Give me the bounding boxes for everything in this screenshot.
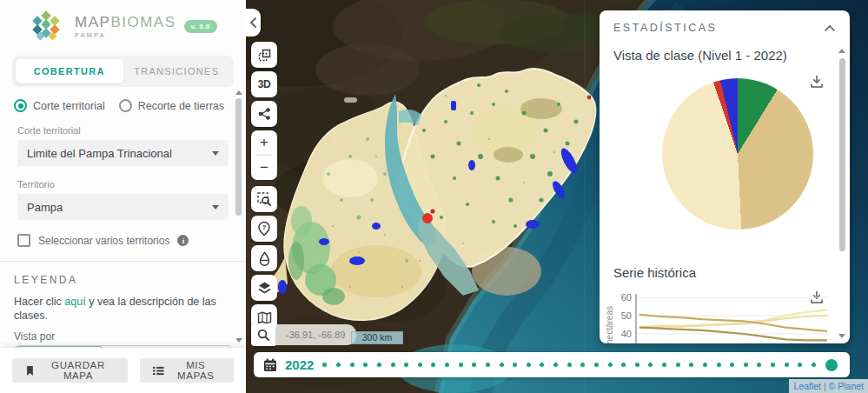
timeline-year-dot[interactable] — [500, 363, 504, 367]
layers-button[interactable] — [251, 275, 277, 301]
stats-scrollbar[interactable] — [837, 49, 847, 338]
radio-recorte-de-tierras[interactable]: Recorte de tierras — [119, 99, 224, 112]
timeline-year-dot[interactable] — [744, 363, 748, 367]
timeline-year-dot[interactable] — [717, 363, 721, 367]
map-toolbar: 3D + − ? — [251, 42, 277, 334]
map-search-button[interactable] — [251, 323, 275, 346]
timeline-year-dot[interactable] — [757, 363, 761, 367]
timeline-year-dot[interactable] — [635, 363, 639, 367]
cursor-coordinates: -36.91, -66.89 — [275, 324, 356, 345]
timeline-year-dot[interactable] — [486, 363, 490, 367]
timeline-year-dot[interactable] — [798, 363, 802, 367]
timeline-year-dot[interactable] — [363, 363, 368, 367]
timeline-year-dot[interactable] — [730, 363, 734, 367]
timeline-year-dot[interactable] — [445, 363, 449, 367]
scroll-up-arrow-icon[interactable] — [235, 90, 242, 95]
timeline-year-dot[interactable] — [553, 363, 558, 367]
territorial-cut-label: Corte territorial — [17, 125, 229, 136]
map-scale-bar: 300 km — [351, 331, 403, 344]
sidebar-scrollbar[interactable] — [234, 90, 243, 343]
timeline-year-dot[interactable] — [621, 363, 626, 367]
zoom-in-button[interactable]: + — [251, 130, 277, 155]
zoom-out-button[interactable]: − — [251, 156, 277, 180]
map-canvas[interactable]: 3D + − ? — [246, 0, 868, 393]
radio-unselected-icon[interactable] — [119, 99, 132, 112]
timeline-slider[interactable] — [322, 359, 838, 371]
timeline-year-dot[interactable] — [418, 363, 422, 367]
my-maps-button[interactable]: MIS MAPAS — [140, 358, 234, 383]
tab-transiciones[interactable]: TRANSICIONES — [123, 59, 231, 83]
scrollbar-thumb[interactable] — [839, 58, 845, 251]
chevron-left-icon — [249, 17, 257, 29]
timeline-year-dot[interactable] — [648, 363, 653, 367]
sidebar-scroll-area: Corte territorial Recorte de tierras Cor… — [0, 87, 246, 348]
timeline-year-dot[interactable] — [350, 363, 354, 367]
timeline-year-dot[interactable] — [771, 363, 775, 367]
info-icon[interactable]: i — [177, 235, 189, 246]
timeline-year-dot[interactable] — [404, 363, 408, 367]
scroll-down-arrow-icon[interactable] — [838, 334, 845, 338]
timeline-year-dot[interactable] — [689, 363, 693, 367]
zoom-to-area-button[interactable] — [251, 186, 277, 212]
logo-text: MAPBIOMAS PAMPA — [75, 14, 176, 38]
chevron-up-icon[interactable] — [824, 24, 836, 32]
list-icon — [153, 365, 164, 376]
locate-help-button[interactable]: ? — [251, 216, 277, 242]
timeline-year-dot[interactable] — [322, 363, 327, 367]
radio-corte-territorial[interactable]: Corte territorial — [14, 99, 105, 112]
scroll-up-arrow-icon[interactable] — [838, 49, 845, 53]
timeline-year-dot[interactable] — [513, 363, 517, 367]
search-icon — [256, 328, 270, 342]
scroll-down-arrow-icon[interactable] — [235, 338, 242, 343]
timeline-year-dot[interactable] — [336, 363, 341, 367]
timeline-year-dot[interactable] — [472, 363, 476, 367]
timeline-year-dot[interactable] — [377, 363, 381, 367]
svg-text:hectáreas: hectáreas — [605, 306, 614, 343]
territorial-cut-select[interactable]: Limite del Pampa Trinacional — [17, 140, 229, 166]
timeline-year-dot[interactable] — [662, 363, 666, 367]
radio-selected-icon[interactable] — [14, 99, 27, 112]
timeline-year-dot[interactable] — [567, 363, 572, 367]
scrollbar-thumb[interactable] — [235, 98, 242, 216]
compare-layers-button[interactable] — [251, 42, 277, 68]
multi-territory-row: Seleccionar varios territorios i — [17, 234, 229, 247]
locate-question-icon: ? — [257, 221, 271, 236]
tab-cobertura[interactable]: COBERTURA — [16, 59, 123, 83]
calendar-icon — [262, 357, 278, 373]
timeline-year-dot[interactable] — [703, 363, 707, 367]
historical-series-chart[interactable]: 605040hectáreas — [605, 287, 832, 343]
statistics-panel: ESTADÍSTICAS Vista de clase (Nivel 1 - 2… — [600, 10, 850, 343]
legend-description: Hacer clic aquí y vea la descripción de … — [14, 295, 232, 323]
timeline-year-dot[interactable] — [676, 363, 680, 367]
territory-select[interactable]: Pampa — [17, 194, 229, 220]
download-pie-button[interactable] — [810, 75, 824, 89]
svg-text:40: 40 — [621, 329, 632, 339]
save-map-button[interactable]: GUARDAR MAPA — [12, 358, 128, 383]
timeline-year-dot[interactable] — [580, 363, 585, 367]
timeline-year-dot[interactable] — [594, 363, 599, 367]
land-cover-pie-chart[interactable] — [662, 78, 813, 230]
timeline-year-dot[interactable] — [540, 363, 544, 367]
opacity-button[interactable] — [251, 245, 277, 271]
share-button[interactable] — [251, 101, 277, 127]
sidebar-divider — [0, 261, 246, 262]
sidebar: MAPBIOMAS PAMPA v. 3.0 COBERTURA TRANSIC… — [0, 0, 246, 393]
logo-text-map: MAP — [75, 14, 110, 30]
timeline-year-dot[interactable] — [812, 363, 816, 367]
multi-territory-checkbox[interactable] — [17, 234, 30, 247]
selected-year-label[interactable]: 2022 — [285, 357, 314, 372]
logo-row: MAPBIOMAS PAMPA v. 3.0 — [0, 0, 246, 49]
leaflet-link[interactable]: Leaflet — [793, 381, 821, 391]
view-3d-button[interactable]: 3D — [251, 71, 277, 97]
timeline-year-dot[interactable] — [608, 363, 613, 367]
legend-here-link[interactable]: aquí — [64, 296, 85, 308]
timeline-year-dot[interactable] — [431, 363, 435, 367]
sidebar-collapse-button[interactable] — [246, 9, 261, 37]
planet-link[interactable]: © Planet — [829, 381, 864, 391]
timeline-year-dot[interactable] — [459, 363, 463, 367]
timeline-year-dot[interactable] — [825, 359, 838, 371]
timeline-year-dot[interactable] — [391, 363, 395, 367]
sidebar-footer: GUARDAR MAPA MIS MAPAS — [0, 348, 246, 393]
timeline-year-dot[interactable] — [785, 363, 789, 367]
timeline-year-dot[interactable] — [527, 363, 531, 367]
